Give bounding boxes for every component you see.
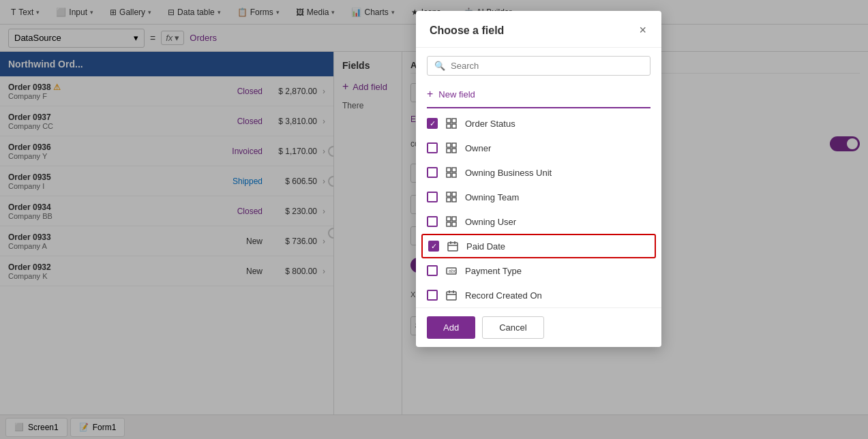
svg-rect-18 bbox=[447, 222, 451, 226]
text-field-icon: abc bbox=[445, 264, 458, 277]
owning-user-checkbox[interactable] bbox=[427, 216, 438, 227]
svg-rect-16 bbox=[447, 217, 451, 221]
grid-icon bbox=[445, 190, 458, 204]
field-item-owning-user[interactable]: Owning User bbox=[416, 209, 661, 234]
svg-rect-13 bbox=[452, 192, 456, 196]
search-input[interactable] bbox=[451, 61, 643, 71]
svg-rect-4 bbox=[447, 143, 451, 147]
payment-type-checkbox[interactable] bbox=[427, 265, 438, 276]
modal-search-container: 🔍 bbox=[427, 56, 650, 76]
svg-rect-6 bbox=[447, 149, 451, 153]
svg-rect-19 bbox=[452, 222, 456, 226]
cancel-button[interactable]: Cancel bbox=[482, 316, 543, 339]
svg-rect-12 bbox=[447, 192, 451, 196]
order-status-checkbox[interactable] bbox=[427, 118, 438, 129]
modal-title: Choose a field bbox=[430, 25, 504, 37]
field-item-record-created-on[interactable]: Record Created On bbox=[416, 283, 661, 307]
choose-field-modal: Choose a field × 🔍 + New field Order Sta… bbox=[416, 11, 661, 347]
modal-footer: Add Cancel bbox=[416, 307, 661, 347]
record-created-on-checkbox[interactable] bbox=[427, 290, 438, 301]
modal-header: Choose a field × bbox=[416, 11, 661, 48]
grid-icon bbox=[445, 215, 458, 228]
grid-icon bbox=[445, 117, 458, 130]
svg-rect-9 bbox=[452, 168, 456, 172]
svg-rect-26 bbox=[447, 292, 456, 300]
svg-rect-5 bbox=[452, 143, 456, 147]
svg-rect-1 bbox=[452, 119, 456, 123]
paid-date-checkbox[interactable] bbox=[428, 241, 439, 252]
svg-rect-11 bbox=[452, 173, 456, 177]
owner-checkbox[interactable] bbox=[427, 142, 438, 153]
svg-rect-2 bbox=[447, 124, 451, 128]
svg-rect-8 bbox=[447, 168, 451, 172]
new-field-button[interactable]: + New field bbox=[416, 84, 661, 104]
calendar-icon bbox=[446, 239, 460, 253]
svg-rect-3 bbox=[452, 124, 456, 128]
svg-rect-10 bbox=[447, 173, 451, 177]
search-icon: 🔍 bbox=[434, 61, 445, 71]
svg-rect-20 bbox=[448, 243, 458, 251]
owning-team-checkbox[interactable] bbox=[427, 192, 438, 202]
svg-rect-15 bbox=[452, 198, 456, 202]
modal-close-button[interactable]: × bbox=[638, 22, 648, 39]
field-item-payment-type[interactable]: abc Payment Type bbox=[416, 258, 661, 283]
calendar-icon-2 bbox=[445, 288, 458, 302]
field-item-owning-business-unit[interactable]: Owning Business Unit bbox=[416, 160, 661, 185]
svg-rect-14 bbox=[447, 198, 451, 202]
grid-icon bbox=[445, 141, 458, 155]
field-item-owning-team[interactable]: Owning Team bbox=[416, 185, 661, 209]
plus-icon: + bbox=[427, 88, 433, 100]
svg-rect-17 bbox=[452, 217, 456, 221]
field-list: Order Status Owner Owning Business Unit … bbox=[416, 111, 661, 307]
field-item-owner[interactable]: Owner bbox=[416, 136, 661, 160]
add-button[interactable]: Add bbox=[427, 316, 475, 339]
owning-business-unit-checkbox[interactable] bbox=[427, 167, 438, 178]
divider bbox=[427, 107, 650, 108]
field-item-paid-date[interactable]: Paid Date bbox=[421, 234, 656, 258]
svg-rect-7 bbox=[452, 149, 456, 153]
svg-text:abc: abc bbox=[449, 269, 457, 273]
svg-rect-0 bbox=[447, 119, 451, 123]
grid-icon bbox=[445, 166, 458, 179]
field-item-order-status[interactable]: Order Status bbox=[416, 111, 661, 136]
